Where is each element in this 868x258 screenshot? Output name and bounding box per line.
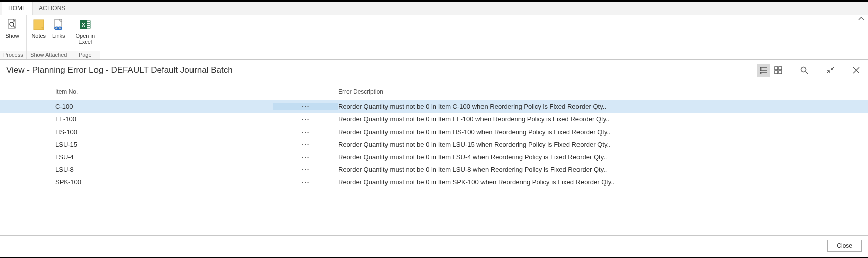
tab-actions[interactable]: ACTIONS: [33, 2, 71, 15]
cell-error-desc: Reorder Quantity must not be 0 in Item L…: [338, 166, 868, 173]
notes-button[interactable]: Notes: [29, 17, 49, 40]
row-actions-button[interactable]: ···: [273, 179, 338, 185]
svg-rect-11: [87, 25, 90, 26]
table-row[interactable]: C-100···Reorder Quantity must not be 0 i…: [0, 100, 868, 113]
row-actions-button[interactable]: ···: [273, 103, 338, 110]
row-actions-button[interactable]: ···: [273, 141, 338, 148]
table-row[interactable]: FF-100···Reorder Quantity must not be 0 …: [0, 113, 868, 125]
open-in-excel-button[interactable]: X Open in Excel: [73, 17, 98, 46]
ellipsis-icon: ···: [302, 179, 310, 185]
notes-icon: [32, 18, 45, 31]
col-header-error-desc[interactable]: Error Description: [338, 88, 868, 95]
tab-home[interactable]: HOME: [2, 2, 33, 15]
row-actions-button[interactable]: ···: [273, 154, 338, 160]
ribbon-group-process-label: Process: [0, 51, 26, 59]
cell-item-no: LSU-15: [54, 141, 273, 148]
ribbon-group-page-label: Page: [71, 51, 100, 59]
search-icon: [800, 66, 809, 75]
row-actions-button[interactable]: ···: [273, 116, 338, 122]
collapse-button[interactable]: [824, 64, 837, 77]
svg-rect-19: [775, 67, 778, 70]
grid-view-icon: [774, 66, 783, 75]
svg-rect-9: [87, 21, 90, 22]
cell-error-desc: Reorder Quantity must not be 0 in Item L…: [338, 153, 868, 161]
table-row[interactable]: SPK-100···Reorder Quantity must not be 0…: [0, 176, 868, 188]
footer: Close: [0, 235, 868, 257]
svg-point-23: [801, 67, 806, 72]
ellipsis-icon: ···: [302, 141, 310, 148]
links-icon: [52, 18, 65, 31]
svg-rect-21: [775, 71, 778, 74]
cell-item-no: C-100: [54, 103, 273, 110]
svg-rect-20: [779, 67, 782, 70]
cell-error-desc: Reorder Quantity must not be 0 in Item S…: [338, 178, 868, 186]
ellipsis-icon: ···: [302, 154, 310, 160]
page-title: View - Planning Error Log - DEFAULT Defa…: [6, 65, 233, 75]
ribbon-group-show-attached: Notes Links Show Attached: [27, 15, 71, 59]
grid: Item No. Error Description C-100···Reord…: [0, 81, 868, 235]
links-label: Links: [52, 33, 65, 39]
svg-rect-10: [87, 23, 90, 24]
ribbon-group-process: Show Process: [0, 15, 27, 59]
header-actions: [757, 64, 863, 77]
ellipsis-icon: ···: [302, 116, 310, 122]
ellipsis-icon: ···: [302, 166, 310, 173]
ribbon-group-page: X Open in Excel Page: [71, 15, 100, 59]
ribbon-collapse-icon[interactable]: [858, 16, 865, 22]
grid-header: Item No. Error Description: [0, 81, 868, 100]
ribbon-tabs: HOME ACTIONS: [0, 2, 868, 15]
ellipsis-icon: ···: [302, 103, 310, 110]
grid-view-button[interactable]: [771, 64, 785, 77]
cell-item-no: FF-100: [54, 115, 273, 123]
close-icon: [852, 66, 861, 75]
cell-error-desc: Reorder Quantity must not be 0 in Item L…: [338, 141, 868, 148]
page-header: View - Planning Error Log - DEFAULT Defa…: [0, 60, 868, 81]
collapse-icon: [826, 66, 835, 75]
cell-item-no: SPK-100: [54, 178, 273, 186]
table-row[interactable]: LSU-8···Reorder Quantity must not be 0 i…: [0, 163, 868, 176]
show-button[interactable]: Show: [2, 17, 22, 40]
cell-item-no: HS-100: [54, 128, 273, 136]
table-row[interactable]: LSU-4···Reorder Quantity must not be 0 i…: [0, 151, 868, 163]
open-in-excel-label: Open in Excel: [75, 33, 95, 45]
svg-point-15: [760, 70, 761, 71]
show-label: Show: [5, 33, 19, 39]
cell-error-desc: Reorder Quantity must not be 0 in Item H…: [338, 128, 868, 136]
col-header-item-no[interactable]: Item No.: [54, 88, 273, 95]
svg-line-24: [806, 72, 808, 74]
excel-icon: X: [79, 18, 92, 31]
window: HOME ACTIONS Show Process Notes: [0, 0, 868, 258]
ellipsis-icon: ···: [302, 128, 310, 135]
svg-point-13: [760, 67, 761, 68]
view-toggle-group: [757, 64, 785, 77]
ribbon: Show Process Notes Links Show Attached: [0, 15, 868, 60]
links-button[interactable]: Links: [49, 17, 69, 40]
ribbon-group-attached-label: Show Attached: [27, 51, 71, 59]
cell-error-desc: Reorder Quantity must not be 0 in Item F…: [338, 115, 868, 123]
row-actions-button[interactable]: ···: [273, 166, 338, 173]
close-x-button[interactable]: [850, 64, 863, 77]
grid-body: C-100···Reorder Quantity must not be 0 i…: [0, 100, 868, 188]
svg-text:X: X: [82, 22, 86, 28]
list-view-icon: [759, 66, 768, 75]
svg-rect-12: [87, 27, 90, 28]
svg-rect-22: [779, 71, 782, 74]
search-button[interactable]: [798, 64, 811, 77]
magnifier-page-icon: [6, 18, 19, 31]
notes-label: Notes: [31, 33, 46, 39]
cell-error-desc: Reorder Quantity must not be 0 in Item C…: [338, 103, 868, 110]
svg-point-17: [760, 72, 761, 73]
table-row[interactable]: LSU-15···Reorder Quantity must not be 0 …: [0, 138, 868, 151]
row-actions-button[interactable]: ···: [273, 128, 338, 135]
table-row[interactable]: HS-100···Reorder Quantity must not be 0 …: [0, 125, 868, 138]
list-view-button[interactable]: [757, 64, 770, 77]
cell-item-no: LSU-4: [54, 153, 273, 161]
cell-item-no: LSU-8: [54, 166, 273, 173]
close-button[interactable]: Close: [827, 240, 862, 252]
